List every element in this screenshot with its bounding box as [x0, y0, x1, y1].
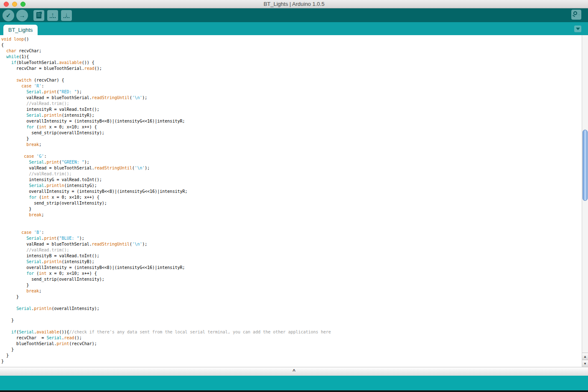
upload-button[interactable]: →	[16, 10, 28, 21]
chevron-down-icon	[576, 28, 580, 30]
serial-monitor-button[interactable]: ··	[571, 10, 581, 20]
code-line: overallIntensity = (intensityB<<8)|(inte…	[1, 118, 582, 124]
code-line: Serial.print("BLUE: ");	[1, 236, 582, 241]
code-area[interactable]: void loop(){ char recvChar; while(1){ if…	[0, 35, 582, 367]
code-line: overallIntensity = (intensityB<<8)|(inte…	[1, 189, 582, 195]
tab-bar: BT_Lights	[0, 22, 588, 35]
code-line: break;	[1, 142, 582, 148]
code-line: Serial.println(intensityB);	[1, 259, 582, 265]
code-line: {	[1, 42, 582, 48]
code-line: }	[1, 359, 582, 364]
code-line: }	[1, 206, 582, 212]
code-line	[1, 323, 582, 329]
code-line: valRead = blueToothSerial.readStringUnti…	[1, 165, 582, 171]
code-line	[1, 224, 582, 230]
code-line: Serial.print("RED: ");	[1, 89, 582, 95]
code-line	[1, 312, 582, 318]
code-line: send_strip(overallIntensity);	[1, 200, 582, 206]
code-line: for (int x = 0; x<10; x++) {	[1, 195, 582, 200]
console-collapse-handle[interactable]: ^	[293, 369, 295, 374]
save-sketch-button[interactable]: ↓	[61, 10, 72, 21]
vertical-scrollbar[interactable]: ▲ ▼	[582, 35, 588, 367]
status-strip: ^	[0, 367, 588, 376]
scroll-down-button[interactable]: ▼	[582, 360, 588, 367]
new-sketch-button[interactable]	[33, 10, 44, 21]
verify-button[interactable]: ✓	[3, 10, 14, 21]
toolbar: ✓ → ↑ ↓ ··	[0, 8, 588, 22]
scroll-up-button[interactable]: ▲	[582, 353, 588, 360]
tab-label: BT_Lights	[8, 27, 33, 33]
code-line: send_strip(overallIntensity);	[1, 277, 582, 282]
code-line: intensityR = valRead.toInt();	[1, 107, 582, 113]
code-line: overallIntensity = (intensityB<<8)|(inte…	[1, 265, 582, 271]
code-line: Serial.println(intensityG);	[1, 183, 582, 189]
code-line: case 'R':	[1, 83, 582, 89]
code-line: //valRead.trim();	[1, 247, 582, 253]
triangle-up-icon: ▲	[583, 355, 587, 359]
code-line: for (int x = 0; x<10; x++) {	[1, 124, 582, 130]
code-line: recvChar = Serial.read();	[1, 335, 582, 341]
right-arrow-icon: →	[19, 12, 25, 19]
code-line: intensityG = valRead.toInt();	[1, 177, 582, 183]
open-sketch-button[interactable]: ↑	[47, 10, 58, 21]
code-line: //valRead.trim();	[1, 101, 582, 107]
code-line: void loop()	[1, 36, 582, 42]
down-arrow-icon: ↓	[64, 13, 69, 18]
code-line: }	[1, 282, 582, 288]
scrollbar-thumb[interactable]	[583, 130, 588, 201]
code-line: if(Serial.available()){//check if there'…	[1, 329, 582, 335]
title-bar: BT_Lights | Arduino 1.0.5	[0, 0, 588, 8]
code-line: break;	[1, 212, 582, 218]
code-line: }	[1, 353, 582, 359]
scrollbar-arrows: ▲ ▼	[582, 353, 588, 367]
code-line: case 'G':	[1, 154, 582, 159]
status-bar	[0, 390, 588, 392]
magnifier-icon	[573, 11, 577, 15]
code-line	[1, 72, 582, 77]
tab-bt-lights[interactable]: BT_Lights	[3, 25, 38, 35]
code-line: Serial.println(overallIntensity);	[1, 306, 582, 312]
code-line: if(blueToothSerial.available()) {	[1, 60, 582, 66]
console-output	[0, 376, 588, 390]
code-line: case 'B':	[1, 230, 582, 236]
code-line: Serial.print("GREEN: ");	[1, 159, 582, 165]
code-line: Serial.println(intensityR);	[1, 113, 582, 118]
code-line: char recvChar;	[1, 48, 582, 54]
editor-region: void loop(){ char recvChar; while(1){ if…	[0, 35, 588, 367]
code-line: for (int x = 0; x<10; x++) {	[1, 271, 582, 277]
code-line: }	[1, 136, 582, 142]
up-arrow-icon: ↑	[50, 13, 56, 18]
code-line: blueToothSerial.print(recvChar);	[1, 341, 582, 347]
code-line: //valRead.trim();	[1, 171, 582, 177]
code-line: }	[1, 294, 582, 300]
document-icon	[36, 12, 41, 18]
code-line: while(1){	[1, 54, 582, 60]
code-line	[1, 218, 582, 224]
code-line: valRead = blueToothSerial.readStringUnti…	[1, 241, 582, 247]
code-line: }	[1, 347, 582, 353]
code-line: send_strip(overallIntensity);	[1, 130, 582, 136]
code-line	[1, 148, 582, 154]
code-line: switch (recvChar) {	[1, 77, 582, 83]
tab-list-dropdown-button[interactable]	[574, 26, 581, 32]
code-line: }	[1, 318, 582, 323]
code-line: intensityB = valRead.toInt();	[1, 253, 582, 259]
code-line: break;	[1, 288, 582, 294]
code-line	[1, 300, 582, 306]
code-line: recvChar = blueToothSerial.read();	[1, 66, 582, 72]
code-line: valRead = blueToothSerial.readStringUnti…	[1, 95, 582, 101]
window-title: BT_Lights | Arduino 1.0.5	[0, 1, 588, 7]
check-icon: ✓	[6, 12, 11, 19]
triangle-down-icon: ▼	[583, 362, 587, 366]
